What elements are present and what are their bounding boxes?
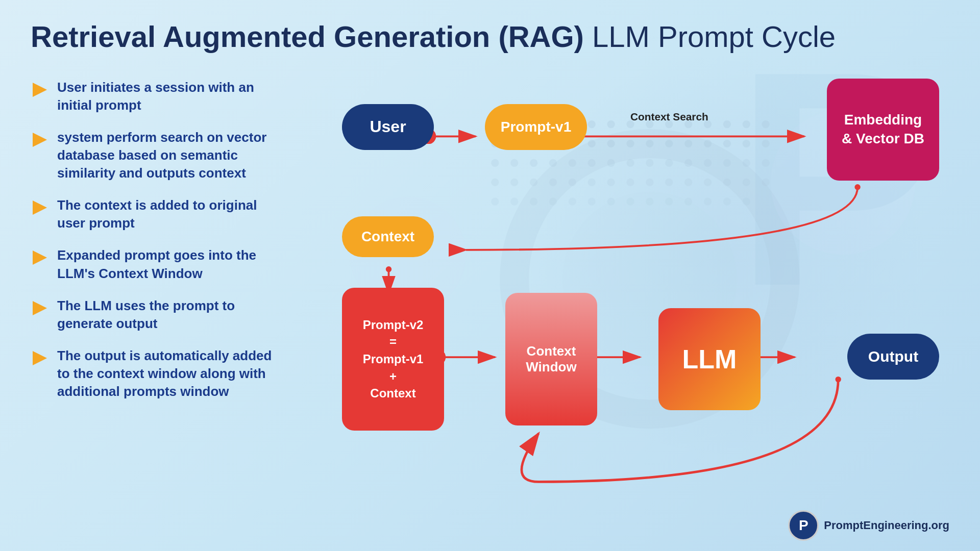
svg-point-91 — [386, 266, 391, 272]
svg-point-30 — [607, 140, 615, 147]
svg-point-32 — [646, 140, 653, 147]
bullet-item-2: system perform search on vector database… — [31, 129, 281, 182]
svg-point-56 — [530, 178, 537, 186]
node-output: Output — [847, 334, 939, 380]
svg-point-15 — [607, 120, 615, 128]
svg-point-23 — [762, 120, 770, 128]
svg-point-49 — [684, 159, 692, 167]
bullet-item-6: The output is automatically added to the… — [31, 347, 281, 400]
bullet-text-1: User initiates a session with an initial… — [57, 79, 281, 114]
svg-point-34 — [684, 140, 692, 147]
logo-icon: P — [788, 510, 819, 541]
logo-area: P PromptEngineering.org — [788, 510, 949, 541]
node-context-window: ContextWindow — [505, 293, 597, 425]
node-context-window-label: ContextWindow — [526, 343, 576, 375]
svg-point-73 — [569, 197, 576, 205]
svg-point-16 — [626, 120, 634, 128]
chevron-icon-3 — [31, 198, 49, 217]
svg-point-22 — [743, 120, 750, 128]
svg-point-72 — [549, 197, 557, 205]
node-output-label: Output — [868, 348, 918, 365]
svg-point-29 — [588, 140, 596, 147]
svg-point-14 — [588, 120, 596, 128]
svg-point-69 — [491, 197, 499, 205]
page-container: P Retrieval Augmented Generation (RAG) L… — [0, 0, 980, 551]
svg-point-31 — [626, 140, 634, 147]
svg-point-67 — [743, 178, 750, 186]
svg-point-50 — [704, 159, 712, 167]
node-promptv1-label: Prompt-v1 — [501, 119, 571, 135]
svg-marker-1 — [33, 133, 47, 147]
chevron-icon-2 — [31, 131, 49, 149]
svg-point-21 — [723, 120, 731, 128]
svg-point-17 — [646, 120, 653, 128]
left-panel: User initiates a session with an initial… — [31, 73, 281, 533]
chevron-icon-4 — [31, 248, 49, 267]
logo-text: PromptEngineering.org — [824, 519, 949, 532]
bullet-item-3: The context is added to original user pr… — [31, 196, 281, 232]
svg-point-48 — [665, 159, 673, 167]
svg-point-68 — [762, 178, 770, 186]
node-embedding-label: Embedding& Vector DB — [842, 111, 924, 148]
svg-point-80 — [704, 197, 712, 205]
svg-point-46 — [626, 159, 634, 167]
svg-point-43 — [569, 159, 576, 167]
svg-point-45 — [607, 159, 615, 167]
content-area: User initiates a session with an initial… — [31, 73, 949, 533]
svg-marker-2 — [33, 201, 47, 215]
svg-point-54 — [491, 178, 499, 186]
svg-point-66 — [723, 178, 731, 186]
svg-point-76 — [626, 197, 634, 205]
bullet-text-6: The output is automatically added to the… — [57, 347, 281, 400]
node-promptv1: Prompt-v1 — [485, 104, 587, 150]
svg-point-36 — [723, 140, 731, 147]
svg-point-74 — [588, 197, 596, 205]
svg-point-95 — [836, 377, 841, 382]
svg-point-58 — [569, 178, 576, 186]
svg-point-77 — [646, 197, 653, 205]
diagram-panel: Context Search User Prompt-v1 Embedding&… — [311, 73, 949, 533]
page-title: Retrieval Augmented Generation (RAG) LLM… — [31, 20, 949, 53]
bullet-item-5: The LLM uses the prompt to generate outp… — [31, 297, 281, 333]
svg-point-20 — [704, 120, 712, 128]
bullet-text-2: system perform search on vector database… — [57, 129, 281, 182]
node-user: User — [342, 104, 434, 150]
svg-point-64 — [684, 178, 692, 186]
node-embedding: Embedding& Vector DB — [827, 79, 939, 181]
svg-point-70 — [510, 197, 518, 205]
node-llm: LLM — [658, 308, 761, 410]
svg-marker-3 — [33, 251, 47, 265]
svg-point-42 — [549, 159, 557, 167]
svg-point-18 — [665, 120, 673, 128]
svg-point-71 — [530, 197, 537, 205]
svg-point-65 — [704, 178, 712, 186]
svg-point-78 — [665, 197, 673, 205]
svg-point-89 — [854, 184, 860, 190]
svg-point-40 — [510, 159, 518, 167]
bullet-text-3: The context is added to original user pr… — [57, 196, 281, 232]
svg-marker-0 — [33, 83, 47, 97]
svg-point-35 — [704, 140, 712, 147]
logo-symbol: P — [799, 517, 808, 534]
chevron-icon-6 — [31, 349, 49, 367]
svg-point-37 — [743, 140, 750, 147]
svg-point-57 — [549, 178, 557, 186]
svg-point-81 — [723, 197, 731, 205]
node-context-label: Context — [361, 229, 414, 245]
svg-point-63 — [665, 178, 673, 186]
svg-point-33 — [665, 140, 673, 147]
svg-point-52 — [743, 159, 750, 167]
svg-point-47 — [646, 159, 653, 167]
svg-point-62 — [646, 178, 653, 186]
bullet-item-4: Expanded prompt goes into the LLM's Cont… — [31, 246, 281, 282]
node-context: Context — [342, 216, 434, 257]
svg-point-44 — [588, 159, 596, 167]
title-bold: Retrieval Augmented Generation (RAG) — [31, 20, 584, 53]
svg-text:Context Search: Context Search — [630, 111, 708, 122]
chevron-icon-5 — [31, 299, 49, 317]
node-promptv2: Prompt-v2=Prompt-v1+Context — [342, 288, 444, 431]
svg-point-59 — [588, 178, 596, 186]
svg-marker-4 — [33, 301, 47, 315]
svg-point-39 — [491, 159, 499, 167]
svg-point-61 — [626, 178, 634, 186]
